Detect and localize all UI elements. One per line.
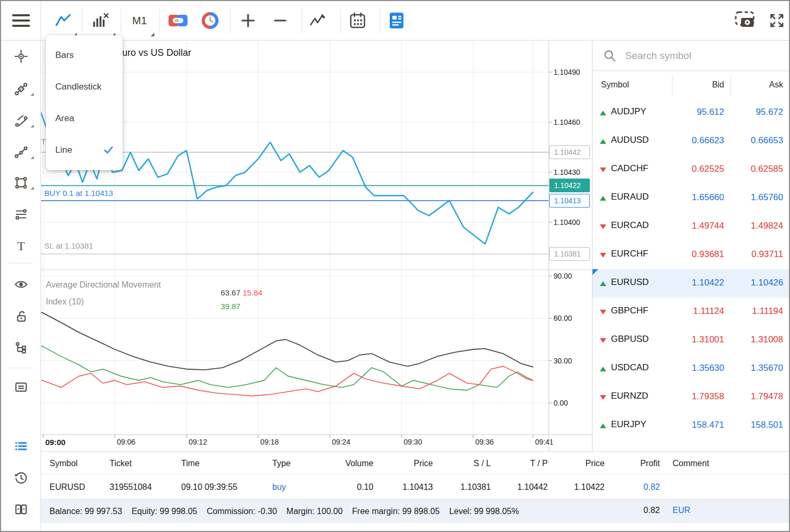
screenshot-button[interactable] — [734, 1, 756, 40]
summary-free-margin: Free margin: 99 898.05 — [352, 507, 440, 516]
symbol-name: USDCAD — [611, 362, 649, 373]
trade-cell — [660, 475, 789, 499]
trade-col-header: Comment — [660, 452, 789, 475]
archive-button[interactable] — [14, 380, 28, 394]
account-currency: EUR — [673, 506, 690, 515]
crosshair-tool-button[interactable] — [14, 50, 28, 63]
trade-col-header: S / L — [433, 452, 491, 475]
ask-price: 95.672 — [725, 107, 783, 117]
chart-type-button[interactable] — [54, 1, 72, 40]
shapes-tool-icon — [14, 176, 28, 190]
ask-price: 0.66653 — [725, 135, 783, 146]
symbol-name: EURCHF — [611, 249, 648, 259]
menu-item-line[interactable]: Line — [46, 134, 123, 166]
market-watch-row-gbpusd[interactable]: GBPUSD1.310011.31008 — [592, 326, 789, 354]
market-watch-row-cadchf[interactable]: CADCHF0.625250.62585 — [592, 155, 789, 184]
time-tick-label: 09:06 — [117, 438, 135, 446]
market-watch-row-usdcad[interactable]: USDCAD1.356301.35670 — [592, 354, 789, 383]
polyline-tool-button[interactable] — [14, 145, 28, 159]
search-box[interactable] — [592, 41, 789, 71]
indicator-tick-label: 0.00 — [554, 399, 568, 407]
symbol-name: GBPUSD — [611, 334, 649, 344]
menu-icon — [12, 14, 31, 27]
fibonacci-tool-icon: F — [14, 82, 28, 96]
column-header-symbol[interactable]: Symbol — [601, 71, 629, 98]
column-header-ask[interactable]: Ask — [725, 71, 783, 98]
trade-panel: SymbolTicketTimeTypeVolumePriceS / LT / … — [41, 451, 789, 531]
market-watch-row-eurcad[interactable]: EURCAD1.497441.49824 — [592, 212, 789, 241]
search-icon — [603, 49, 617, 63]
chart-type-menu: BarsCandlestickAreaLine — [46, 35, 123, 170]
visibility-button[interactable] — [14, 278, 28, 291]
timeframe-button[interactable]: M1 — [129, 1, 151, 40]
one-click-trading-button[interactable] — [168, 1, 188, 40]
market-watch-row-euraud[interactable]: EURAUD1.656601.65760 — [592, 184, 789, 212]
triangle-down-icon — [600, 224, 606, 229]
bar-chart-x-icon — [92, 13, 109, 28]
menu-item-label: Line — [55, 145, 72, 155]
bar-chart-x-button[interactable] — [92, 1, 110, 40]
column-header-bid[interactable]: Bid — [666, 71, 724, 98]
triangle-down-icon — [600, 168, 606, 172]
levels-tool-button[interactable] — [14, 208, 28, 221]
unlock-button[interactable] — [14, 310, 28, 323]
price-level-badge: 1.10381 — [549, 247, 590, 261]
svg-text:F: F — [20, 87, 23, 92]
market-watch-row-eurusd[interactable]: EURUSD1.104221.10426 — [592, 269, 789, 298]
market-watch-row-eurnzd[interactable]: EURNZD1.793581.79478 — [592, 383, 789, 411]
market-watch-row-eurjpy[interactable]: EURJPY158.471158.501 — [592, 411, 789, 440]
calendar-button[interactable] — [349, 1, 367, 40]
bid-price: 158.471 — [666, 420, 724, 430]
clock-donut-button[interactable] — [201, 1, 219, 40]
objects-tree-icon — [14, 341, 28, 354]
symbol-name: AUDUSD — [611, 135, 649, 145]
history-button[interactable] — [14, 471, 28, 485]
objects-tree-button[interactable] — [14, 341, 28, 354]
news-button[interactable] — [388, 1, 405, 40]
trade-cell: 0.82 — [605, 475, 660, 499]
minus-di-value: 15.84 — [243, 288, 263, 297]
market-watch-row-audusd[interactable]: AUDUSD0.666230.66653 — [592, 127, 789, 155]
bid-price: 95.612 — [666, 107, 724, 117]
symbol-name: CADCHF — [611, 163, 648, 174]
trade-table-row[interactable]: EURUSD31955108409.10 09:39:55buy0.101.10… — [41, 475, 789, 499]
fullscreen-button[interactable] — [768, 1, 786, 40]
market-watch-row-eurchf[interactable]: EURCHF0.936810.93711 — [592, 241, 789, 269]
bid-price: 1.10422 — [666, 278, 724, 288]
svg-text:T: T — [17, 239, 25, 253]
trade-col-header: T / P — [491, 452, 548, 475]
indicators-button[interactable] — [309, 1, 328, 40]
triangle-up-icon — [600, 423, 606, 428]
search-input[interactable] — [625, 47, 773, 65]
triangle-down-icon — [600, 253, 606, 258]
bid-price: 0.66623 — [666, 135, 724, 146]
trade-cell: 1.10422 — [548, 475, 605, 499]
journal-icon — [14, 503, 28, 516]
text-tool-button[interactable]: T — [14, 239, 28, 253]
journal-button[interactable] — [14, 503, 28, 516]
buy-position-label[interactable]: BUY 0.1 at 1.10413 — [44, 189, 113, 198]
trade-list-button[interactable] — [14, 439, 28, 453]
indicator-name: Average Directional Movement Index (10) — [46, 277, 161, 310]
fibonacci-tool-button[interactable]: F — [14, 82, 28, 96]
menu-item-bars[interactable]: Bars — [46, 40, 123, 71]
triangle-down-icon — [600, 395, 606, 400]
bid-price: 1.49744 — [666, 221, 724, 231]
sl-line-label[interactable]: SL at 1.10381 — [44, 241, 93, 250]
menu-button[interactable] — [11, 1, 32, 40]
triangle-up-icon — [600, 139, 606, 144]
market-watch-row-audjpy[interactable]: AUDJPY95.61295.672 — [592, 98, 789, 127]
text-tool-icon: T — [14, 239, 28, 253]
zoom-out-button[interactable] — [272, 1, 288, 40]
zoom-in-button[interactable] — [240, 1, 256, 40]
menu-item-area[interactable]: Area — [46, 103, 123, 134]
toolbar: M1 — [1, 1, 789, 41]
indicator-tick-label: 30.00 — [554, 357, 572, 365]
ask-price: 158.501 — [725, 420, 783, 430]
market-watch-row-gbpchf[interactable]: GBPCHF1.111241.11194 — [592, 298, 789, 326]
menu-item-candlestick[interactable]: Candlestick — [46, 71, 123, 103]
time-tick-label: 09:30 — [403, 438, 422, 446]
shapes-tool-button[interactable] — [14, 176, 28, 190]
channels-tool-button[interactable] — [14, 114, 28, 127]
menu-item-label: Area — [55, 113, 74, 124]
